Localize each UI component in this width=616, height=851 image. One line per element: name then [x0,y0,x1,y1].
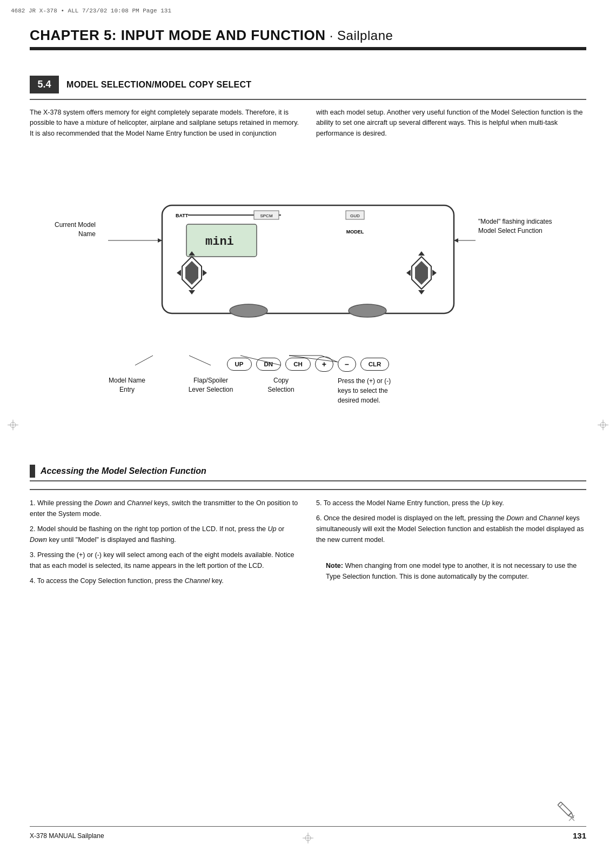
label-model-flash: "Model" flashing indicatesModel Select F… [478,217,575,236]
plus-button[interactable]: + [315,357,333,372]
accessing-col2: 5. To access the Model Name Entry functi… [316,498,586,586]
accessing-col1-para1: 1. While pressing the Down and Channel k… [30,498,300,519]
svg-marker-24 [406,270,411,276]
chapter-title-bold: CHAPTER 5: INPUT MODE AND FUNCTION [30,27,326,43]
section-col1: The X-378 system offers memory for eight… [30,108,300,139]
svg-rect-40 [558,802,571,815]
section-two-col: The X-378 system offers memory for eight… [30,108,586,139]
accessing-block: Accessing the Model Selection Function 1… [30,465,586,586]
label-model-name-entry: Model NameEntry [105,376,149,394]
reg-cross-bottom [303,833,313,843]
button-row: UP DN CH + – CLR [30,357,586,372]
dn-button[interactable]: DN [256,358,282,371]
section-title: MODEL SELECTION/MODEL COPY SELECT [66,80,251,90]
section-header: 5.4 MODEL SELECTION/MODEL COPY SELECT [30,76,586,93]
svg-text:MODEL: MODEL [346,229,364,234]
svg-marker-25 [432,270,437,276]
accessing-col1-para4: 4. To access the Copy Selection function… [30,575,300,586]
label-copy-selection: CopySelection [262,376,300,394]
accessing-col2-para2: 6. Once the desired model is displayed o… [316,513,586,545]
diagram-area: BATT SPCM GUD MODEL mini [30,195,586,400]
accessing-col1-para2: 2. Model should be flashing on the right… [30,524,300,545]
accessing-bar [30,465,35,478]
accessing-two-col: 1. While pressing the Down and Channel k… [30,498,586,586]
footer-right: 131 [573,831,586,840]
chapter-title-normal: · Sailplane [326,28,393,43]
svg-marker-27 [418,290,425,294]
svg-marker-23 [415,261,428,285]
svg-marker-26 [418,251,425,256]
reg-cross-left [8,419,18,432]
svg-line-42 [560,804,563,807]
svg-rect-6 [162,205,454,313]
minus-button[interactable]: – [338,357,356,372]
label-current-model: Current ModelName [36,220,96,239]
svg-marker-19 [203,270,207,276]
footer-left: X-378 MANUAL Sailplane [30,832,104,840]
chapter-header: CHAPTER 5: INPUT MODE AND FUNCTION · Sai… [30,27,586,50]
section-divider [30,99,586,100]
section-col2: with each model setup. Another very usef… [316,108,586,139]
print-line: 4682 JR X-378 • ALL 7/23/02 10:08 PM Pag… [11,8,171,14]
svg-point-28 [230,304,267,317]
section-number: 5.4 [30,76,59,93]
svg-text:GUD: GUD [350,213,360,218]
accessing-col1: 1. While pressing the Down and Channel k… [30,498,300,586]
transmitter-diagram: BATT SPCM GUD MODEL mini [97,195,519,346]
ch-button[interactable]: CH [285,358,311,371]
svg-marker-21 [189,290,195,294]
accessing-col2-para1: 5. To access the Model Name Entry functi… [316,498,586,508]
chapter-underline [30,47,586,50]
chapter-title: CHAPTER 5: INPUT MODE AND FUNCTION · Sai… [30,27,586,44]
pencil-icon [554,798,578,822]
label-press-keys: Press the (+) or (-)keys to select thede… [338,376,430,405]
svg-text:SPCM: SPCM [260,213,272,218]
accessing-header: Accessing the Model Selection Function [30,465,586,481]
label-flap-spoiler: Flap/SpoilerLever Selection [186,376,235,394]
section-block: 5.4 MODEL SELECTION/MODEL COPY SELECT Th… [30,76,586,150]
pencil-icon-area [554,798,578,824]
svg-marker-17 [185,261,198,285]
svg-text:mini: mini [205,235,234,249]
accessing-divider [30,489,586,490]
reg-cross-right [598,419,608,432]
note-text: Note: When changing from one model type … [326,560,586,582]
svg-marker-18 [177,270,181,276]
clr-button[interactable]: CLR [360,358,390,371]
svg-text:BATT: BATT [176,213,189,218]
accessing-title: Accessing the Model Selection Function [41,466,206,476]
note-block: Note: When changing from one model type … [316,560,586,582]
svg-point-29 [349,304,386,317]
diag-container: BATT SPCM GUD MODEL mini [30,195,586,400]
up-button[interactable]: UP [227,358,252,371]
accessing-col1-para3: 3. Pressing the (+) or (-) key will sele… [30,550,300,571]
